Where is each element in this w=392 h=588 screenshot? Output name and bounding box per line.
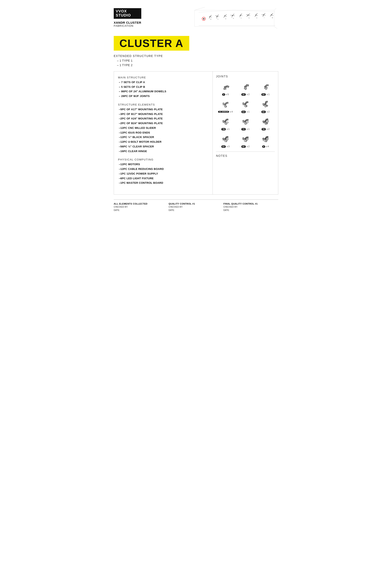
joint-badge-6a: 6A <box>241 111 246 113</box>
footer-col2-title: QUALITY CONTROL #1 <box>169 202 224 205</box>
footer-col1-line2: DATE: <box>114 209 169 212</box>
notes-section: NOTES <box>216 152 275 158</box>
joint-item-8a: 8A x 3 <box>216 132 235 148</box>
se-item-6: –12PC ¼" BLACK SPACER <box>119 135 208 140</box>
ms-item-3: – 28PC OF MJF JOINTS <box>119 94 208 98</box>
se-item-8: –56PC ½" CLEAR SPACER <box>119 144 208 149</box>
ms-item-0: – 7 SETS OF CLIP A <box>119 80 208 85</box>
physical-computing-heading: PHYSICAL COMPUTING <box>118 158 208 161</box>
svg-text:E: E <box>233 18 234 19</box>
joint-svg-5d <box>218 98 233 110</box>
joint-count-7e: x 2 <box>267 128 269 130</box>
svg-rect-98 <box>242 120 244 122</box>
svg-point-32 <box>240 15 241 16</box>
svg-point-21 <box>224 16 225 16</box>
joint-label-5d: 5D_MIRROR x 4 <box>218 111 232 113</box>
se-item-2: –2PC OF A24" MOUNTING PLATE <box>119 116 208 121</box>
project-title: XANDR CLUSTER <box>114 21 141 24</box>
footer-col3-line1: CHECKED BY: <box>223 206 278 209</box>
svg-rect-0 <box>194 10 274 26</box>
right-panel: JOINTS 3 <box>213 72 278 194</box>
joint-item-3: 3 x 5 <box>216 80 235 96</box>
pc-item-1: –12PC CABLE REDUCING BOARD <box>119 167 208 172</box>
logo-block: VVOX STUDIO XANDR CLUSTER FABRICATION <box>114 8 141 27</box>
svg-text:G: G <box>249 17 250 18</box>
joint-svg-8c <box>238 132 253 145</box>
footer-col-2: QUALITY CONTROL #1 CHECKED BY: DATE: <box>169 202 224 212</box>
se-item-1: –3PC OF B17" MOUNTING PLATE <box>119 112 208 116</box>
joint-svg-7e <box>258 115 273 128</box>
pc-item-3: –6PC LED LIGHT FIXTURE <box>119 176 208 181</box>
joint-label-3: 3 x 5 <box>222 93 229 96</box>
se-item-4: –12PC CNC MILLED SLIDER <box>119 126 208 130</box>
svg-line-1 <box>194 7 205 10</box>
se-item-5: –12PC IGUS ROD ENDS <box>119 130 208 135</box>
ms-item-1: – 5 SETS OF CLIP B <box>119 85 208 90</box>
joint-svg-7c <box>238 115 253 128</box>
cluster-title-box: CLUSTER A <box>114 36 189 51</box>
joint-badge-5c: 5C <box>261 93 266 96</box>
joint-svg-7b <box>218 115 233 128</box>
joint-svg-6c <box>258 98 273 110</box>
svg-text:B: B <box>210 18 211 20</box>
svg-rect-110 <box>226 136 228 138</box>
joint-svg-5c <box>258 80 273 93</box>
svg-rect-96 <box>246 119 248 121</box>
page: VVOX STUDIO XANDR CLUSTER FABRICATION A <box>98 0 294 294</box>
joint-svg-9 <box>258 132 273 145</box>
svg-point-49 <box>263 14 264 15</box>
left-panel: MAIN STRUCTURE – 7 SETS OF CLIP A – 5 SE… <box>114 72 213 194</box>
joint-item-6a: 6A x 1 <box>236 98 255 113</box>
joint-badge-3: 3 <box>222 93 225 96</box>
pc-item-2: –1PC 12VDC POWER SUPPLY <box>119 172 208 176</box>
joint-svg-8a <box>218 132 233 145</box>
svg-point-16 <box>216 16 218 17</box>
joint-badge-8a: 8A <box>221 145 226 148</box>
svg-text:A: A <box>203 18 204 20</box>
joint-item-7b: 7B x 1 <box>216 115 235 130</box>
joint-item-7c: 7C x 1 <box>236 115 255 130</box>
joint-label-7b: 7B x 1 <box>221 128 229 130</box>
main-content: MAIN STRUCTURE – 7 SETS OF CLIP A – 5 SE… <box>114 71 278 194</box>
main-structure-section: MAIN STRUCTURE – 7 SETS OF CLIP A – 5 SE… <box>118 76 208 98</box>
joint-count-6a: x 1 <box>247 111 249 113</box>
joint-badge-7c: 7C <box>241 128 246 130</box>
pc-item-0: –12PC MOTORS <box>119 162 208 167</box>
joint-badge-8c: 8C <box>241 145 246 148</box>
notes-heading: NOTES <box>216 154 275 158</box>
joint-svg-6a <box>238 98 253 110</box>
svg-rect-89 <box>226 119 228 121</box>
joint-label-8c: 8C x 2 <box>241 145 249 148</box>
joint-count-5c: x 1 <box>267 93 269 96</box>
structure-elements-section: STRUCTURE ELEMENTS –5PC OF A17" MOUNTING… <box>118 103 208 154</box>
ms-item-2: – 86PC OF 24" ALUMINUM DOWELS <box>119 89 208 94</box>
svg-text:I: I <box>264 17 264 18</box>
svg-rect-118 <box>246 137 248 138</box>
logo-box: VVOX STUDIO <box>114 8 141 19</box>
svg-point-38 <box>248 15 248 16</box>
joint-count-5d: x 4 <box>230 111 232 113</box>
svg-rect-105 <box>262 121 264 123</box>
joint-count-8a: x 3 <box>226 145 229 148</box>
footer-col2-line1: CHECKED BY: <box>169 206 224 209</box>
joint-label-7c: 7C x 1 <box>241 128 249 130</box>
footer-col1-title: ALL ELEMENTS COLLECTED <box>114 202 169 205</box>
svg-rect-67 <box>266 84 268 86</box>
joint-item-8c: 8C x 2 <box>236 132 255 148</box>
joint-count-8c: x 2 <box>247 145 249 148</box>
se-item-0: –5PC OF A17" MOUNTING PLATE <box>119 107 208 112</box>
physical-computing-section: PHYSICAL COMPUTING –12PC MOTORS –12PC CA… <box>118 158 208 186</box>
joint-label-9: 9 x 4 <box>262 145 269 148</box>
footer-col-3: FINAL QUALITY CONTROL #1 CHECKED BY: DAT… <box>223 202 278 212</box>
svg-rect-75 <box>224 105 226 108</box>
svg-rect-108 <box>267 120 269 123</box>
joint-badge-7b: 7B <box>221 128 226 130</box>
cluster-map: A B C <box>192 6 278 33</box>
joint-badge-4c: 4C <box>241 93 246 96</box>
svg-rect-83 <box>265 101 268 103</box>
svg-text:F: F <box>241 18 242 19</box>
joints-heading: JOINTS <box>216 75 275 78</box>
joint-item-7e: 7E x 2 <box>256 115 275 130</box>
svg-text:C: C <box>218 18 218 20</box>
joint-label-5c: 5C x 1 <box>261 93 269 96</box>
